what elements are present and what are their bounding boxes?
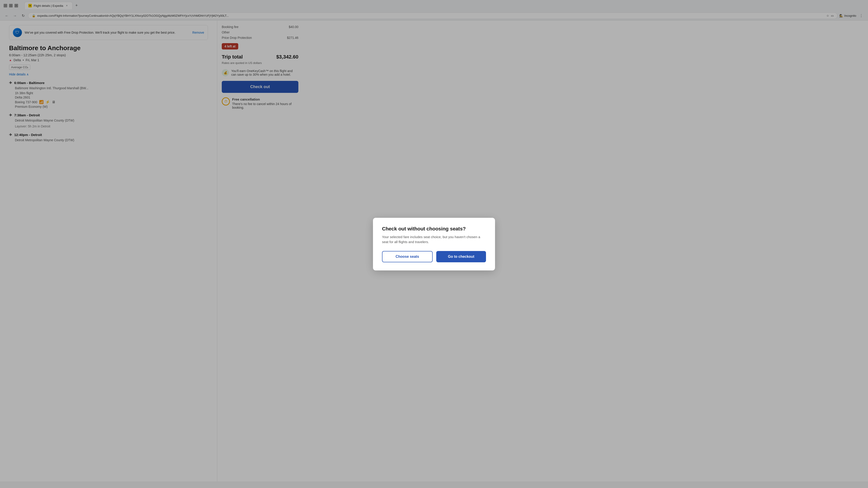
- modal-actions: Choose seats Go to checkout: [382, 251, 486, 262]
- modal-title: Check out without choosing seats?: [382, 226, 486, 232]
- modal-overlay: Check out without choosing seats? Your s…: [0, 0, 868, 482]
- modal-body: Your selected fare includes seat choice,…: [382, 234, 486, 245]
- choose-seats-modal: Check out without choosing seats? Your s…: [373, 218, 495, 270]
- choose-seats-button[interactable]: Choose seats: [382, 251, 433, 262]
- go-to-checkout-button[interactable]: Go to checkout: [436, 251, 486, 262]
